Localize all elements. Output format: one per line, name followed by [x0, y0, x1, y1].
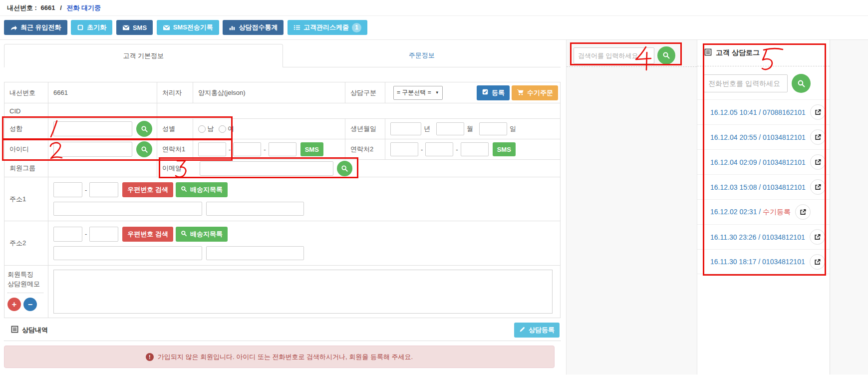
log-link[interactable]: 16.12.03 15:08 / 01034812101	[710, 183, 806, 191]
extension-row-label: 내선번호	[4, 82, 48, 103]
dash-separator: -	[456, 146, 458, 153]
search-icon	[662, 51, 670, 59]
handler-label: 처리자	[157, 82, 193, 103]
addr1-zip1-input[interactable]	[53, 182, 82, 197]
manual-order-button[interactable]: 수기주문	[512, 85, 558, 100]
customer-schedule-button[interactable]: 고객관리스케줄 1	[288, 20, 367, 35]
reset-button[interactable]: 초기화	[71, 20, 112, 35]
open-log-button[interactable]	[810, 104, 826, 120]
memo-cell	[48, 266, 560, 318]
phone1-part1-input[interactable]	[198, 142, 226, 156]
phone2-part2-input[interactable]	[425, 142, 453, 156]
birth-day-input[interactable]	[479, 122, 507, 135]
log-row: 16.11.30 18:17 / 01034812101	[697, 249, 830, 274]
id-input[interactable]	[53, 142, 132, 157]
forward-arrow-icon	[10, 24, 17, 31]
birth-month-input[interactable]	[436, 122, 464, 135]
consult-stats-button[interactable]: 상담접수통계	[223, 20, 284, 35]
category-select[interactable]: = 구분선택 = ▼	[393, 86, 443, 100]
cid-label: CID	[4, 103, 48, 118]
phone2-sms-button[interactable]: SMS	[493, 142, 516, 156]
log-row: 16.12.05 10:41 / 07088162101	[697, 99, 830, 124]
addr2-zip-search-button[interactable]: 우편번호 검색	[122, 227, 173, 242]
birth-month-suffix: 월	[467, 124, 473, 133]
open-log-button[interactable]	[810, 129, 826, 145]
email-search-button[interactable]	[337, 161, 352, 176]
table-row-id: 아이디 연락처1 - - SMS	[4, 139, 560, 159]
name-search-button[interactable]	[136, 121, 152, 137]
addr2-delivery-list-button[interactable]: 배송지목록	[176, 227, 228, 242]
gender-male-radio[interactable]	[198, 125, 206, 133]
memo-label-line1: 회원특징	[7, 270, 40, 279]
addr1-zip2-input[interactable]	[89, 182, 118, 197]
keyword-search-row	[567, 40, 697, 67]
addr2-line2-input[interactable]	[206, 246, 304, 260]
log-row: 16.12.04 02:09 / 01034812101	[697, 149, 830, 174]
phone2-cell: - - SMS	[385, 139, 560, 159]
open-log-button[interactable]	[810, 254, 825, 270]
external-link-icon	[814, 183, 822, 191]
phone-search-button[interactable]	[792, 74, 811, 93]
handler-value: 양지홍삼(jelson)	[193, 82, 345, 103]
envelope-icon	[122, 24, 130, 31]
table-row-email: 회원그룹 이메일	[4, 159, 560, 177]
log-link[interactable]: 16.12.05 10:41 / 07088162101	[710, 108, 806, 116]
tab-basic-info[interactable]: 고객 기본정보	[4, 44, 283, 67]
addr2-zip2-input[interactable]	[89, 227, 118, 242]
memo-remove-button[interactable]: −	[23, 298, 37, 311]
search-icon	[141, 146, 148, 153]
dash-separator: -	[264, 146, 266, 153]
phone1-sms-button[interactable]: SMS	[300, 142, 323, 156]
tab-order-info[interactable]: 주문정보	[283, 44, 561, 67]
crm-app: 내선번호 : 6661 / 전화 대기중 최근 유입전화 초기화 SMS SMS…	[0, 0, 868, 375]
email-input[interactable]	[200, 161, 333, 176]
birth-cell: 년 월 일	[385, 119, 560, 139]
addr2-zip1-input[interactable]	[53, 227, 82, 242]
log-link[interactable]: 16.12.04 02:09 / 01034812101	[710, 158, 806, 166]
name-input[interactable]	[53, 121, 132, 136]
tab-bar: 고객 기본정보 주문정보	[4, 44, 561, 67]
recent-calls-button[interactable]: 최근 유입전화	[4, 20, 67, 35]
open-log-button[interactable]	[810, 154, 826, 170]
open-log-button[interactable]	[810, 179, 826, 195]
addr1-line1-input[interactable]	[53, 202, 202, 216]
sms-button[interactable]: SMS	[116, 20, 153, 35]
open-log-button[interactable]	[810, 229, 825, 245]
birth-day-suffix: 일	[510, 124, 516, 133]
right-gutter	[830, 40, 868, 375]
addr1-line2-input[interactable]	[206, 202, 304, 216]
addr1-delivery-list-button[interactable]: 배송지목록	[176, 182, 228, 197]
log-link[interactable]: 16.12.02 02:31 / 수기등록	[710, 208, 791, 217]
consult-register-button[interactable]: 상담등록	[514, 323, 560, 338]
open-log-button[interactable]	[795, 204, 811, 220]
id-search-button[interactable]	[136, 141, 152, 157]
keyword-search-input[interactable]	[574, 47, 654, 64]
memo-textarea[interactable]	[53, 270, 553, 314]
phone2-part1-input[interactable]	[390, 142, 418, 156]
log-link[interactable]: 16.11.30 23:26 / 01034812101	[710, 233, 805, 241]
cart-icon	[517, 88, 524, 97]
log-link[interactable]: 16.11.30 18:17 / 01034812101	[710, 258, 805, 266]
phone2-part3-input[interactable]	[461, 142, 489, 156]
birth-label: 생년월일	[345, 119, 385, 139]
phone2-label: 연락처2	[345, 139, 385, 159]
category-cell: = 구분선택 = ▼ 등록 수기주문	[385, 82, 560, 103]
customer-form: 내선번호 6661 처리자 양지홍삼(jelson) 상담구분 = 구분선택 =…	[4, 82, 561, 318]
phone-search-input[interactable]	[704, 74, 788, 92]
memo-add-button[interactable]: +	[7, 298, 21, 311]
dash-separator: -	[229, 146, 231, 153]
schedule-count-badge: 1	[352, 23, 361, 32]
birth-year-input[interactable]	[390, 122, 421, 135]
log-link[interactable]: 16.12.04 20:55 / 01034812101	[710, 133, 806, 141]
gender-female-radio[interactable]	[219, 125, 226, 133]
addr1-zip-search-button[interactable]: 우편번호 검색	[122, 182, 173, 197]
addr2-line1-input[interactable]	[53, 246, 202, 260]
phone1-part2-input[interactable]	[233, 142, 261, 156]
register-button[interactable]: 등록	[477, 85, 510, 100]
keyword-search-button[interactable]	[657, 46, 675, 64]
external-link-icon	[814, 158, 822, 166]
sms-history-button[interactable]: SMS전송기록	[157, 20, 219, 35]
phone1-part3-input[interactable]	[269, 142, 296, 156]
external-link-icon	[799, 208, 807, 216]
consult-log-header: 고객 상담로그	[697, 40, 830, 66]
